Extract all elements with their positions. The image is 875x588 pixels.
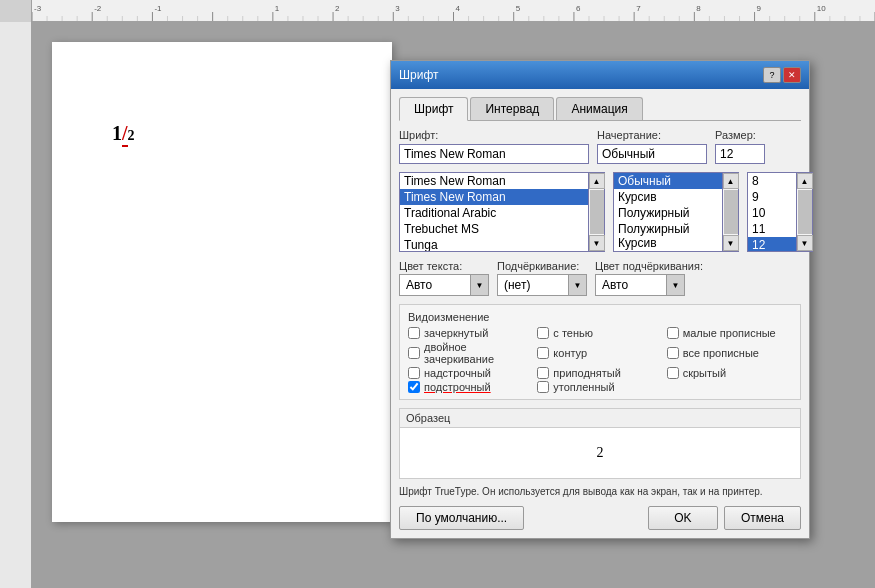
color-dropdown-arrow[interactable]: ▼ — [470, 275, 488, 295]
style-item-normal[interactable]: Обычный — [614, 173, 722, 189]
checkbox-shadow-input[interactable] — [537, 327, 549, 339]
checkbox-raised-label: приподнятый — [553, 367, 621, 379]
font-list-wrap: Times New Roman Times New Roman Traditio… — [399, 172, 605, 252]
size-scroll-down[interactable]: ▼ — [797, 235, 813, 251]
style-scroll-thumb[interactable] — [724, 190, 738, 234]
size-list[interactable]: 8 9 10 11 12 — [747, 172, 797, 252]
checkbox-strikethrough-input[interactable] — [408, 327, 420, 339]
svg-text:-2: -2 — [94, 4, 102, 13]
tab-bar: Шрифт Интервад Анимация — [399, 97, 801, 121]
style-item-bolditalic[interactable]: Полужирный Курсив — [614, 221, 722, 251]
checkbox-superscript: надстрочный — [408, 367, 533, 379]
svg-text:7: 7 — [636, 4, 641, 13]
font-item-timesnewroman-selected[interactable]: Times New Roman — [400, 189, 588, 205]
checkbox-superscript-input[interactable] — [408, 367, 420, 379]
ok-button[interactable]: OK — [648, 506, 718, 530]
size-scroll-thumb[interactable] — [798, 190, 812, 234]
font-item-trebuchetms[interactable]: Trebuchet MS — [400, 221, 588, 237]
font-lists-container: Times New Roman Times New Roman Traditio… — [399, 172, 801, 252]
checkbox-hidden: скрытый — [667, 367, 792, 379]
document-page: 1/2 — [52, 42, 392, 522]
dialog-title: Шрифт — [399, 68, 438, 82]
checkbox-double-strikethrough-input[interactable] — [408, 347, 420, 359]
size-item-12[interactable]: 12 — [748, 237, 796, 252]
underline-dropdown-arrow[interactable]: ▼ — [568, 275, 586, 295]
style-scroll-down[interactable]: ▼ — [723, 235, 739, 251]
checkbox-hidden-input[interactable] — [667, 367, 679, 379]
underline-color-select[interactable]: Авто ▼ — [595, 274, 685, 296]
default-button[interactable]: По умолчанию... — [399, 506, 524, 530]
style-item-italic[interactable]: Курсив — [614, 189, 722, 205]
help-button[interactable]: ? — [763, 67, 781, 83]
preview-section: Образец 2 — [399, 408, 801, 479]
checkbox-allcaps-input[interactable] — [667, 347, 679, 359]
style-list-wrap: Обычный Курсив Полужирный Полужирный Кур… — [613, 172, 739, 252]
svg-text:10: 10 — [817, 4, 826, 13]
checkbox-shadow: с тенью — [537, 327, 662, 339]
style-item-bold[interactable]: Полужирный — [614, 205, 722, 221]
size-label: Размер: — [715, 129, 765, 141]
style-list[interactable]: Обычный Курсив Полужирный Полужирный Кур… — [613, 172, 723, 252]
font-item-tunga[interactable]: Tunga — [400, 237, 588, 252]
tab-animation[interactable]: Анимация — [556, 97, 642, 120]
font-style-input[interactable] — [597, 144, 707, 164]
size-item-8[interactable]: 8 — [748, 173, 796, 189]
font-name-input[interactable] — [399, 144, 589, 164]
underline-label: Подчёркивание: — [497, 260, 587, 272]
scroll-up-arrow[interactable]: ▲ — [589, 173, 605, 189]
font-list-scrollbar[interactable]: ▲ ▼ — [589, 172, 605, 252]
underline-value: (нет) — [498, 276, 568, 294]
size-scroll-up[interactable]: ▲ — [797, 173, 813, 189]
svg-text:-1: -1 — [154, 4, 162, 13]
size-list-wrap: 8 9 10 11 12 ▲ ▼ — [747, 172, 813, 252]
checkbox-engrave-input[interactable] — [537, 381, 549, 393]
page-content: 1/2 — [112, 122, 135, 147]
checkbox-allcaps: все прописные — [667, 341, 792, 365]
color-row: Цвет текста: Авто ▼ Подчёркивание: (нет)… — [399, 260, 801, 296]
ruler-svg: // Will be rendered inline -3-2-11234567… — [32, 0, 875, 21]
btn-right-group: OK Отмена — [648, 506, 801, 530]
checkbox-raised: приподнятый — [537, 367, 662, 379]
size-list-scrollbar[interactable]: ▲ ▼ — [797, 172, 813, 252]
cancel-button[interactable]: Отмена — [724, 506, 801, 530]
checkbox-outline-input[interactable] — [537, 347, 549, 359]
scroll-thumb[interactable] — [590, 190, 604, 234]
tab-font[interactable]: Шрифт — [399, 97, 468, 121]
checkbox-smallcaps-label: малые прописные — [683, 327, 776, 339]
color-select[interactable]: Авто ▼ — [399, 274, 489, 296]
svg-text:2: 2 — [335, 4, 340, 13]
transform-section: Видоизменение зачеркнутый с тенью малые … — [399, 304, 801, 400]
underline-color-dropdown-arrow[interactable]: ▼ — [666, 275, 684, 295]
text-color-group: Цвет текста: Авто ▼ — [399, 260, 489, 296]
checkbox-double-strikethrough-label: двойное зачеркивание — [424, 341, 533, 365]
svg-text:3: 3 — [395, 4, 400, 13]
close-button[interactable]: ✕ — [783, 67, 801, 83]
checkbox-subscript-input[interactable] — [408, 381, 420, 393]
checkbox-hidden-label: скрытый — [683, 367, 726, 379]
font-labels-row: Шрифт: Начертание: Размер: — [399, 129, 801, 164]
size-item-11[interactable]: 11 — [748, 221, 796, 237]
checkbox-subscript-label: подстрочный — [424, 381, 491, 393]
font-item-traditionalarabic[interactable]: Traditional Arabic — [400, 205, 588, 221]
ruler-marks: // Will be rendered inline -3-2-11234567… — [32, 0, 875, 21]
font-style-group: Начертание: — [597, 129, 707, 164]
checkbox-raised-input[interactable] — [537, 367, 549, 379]
font-list[interactable]: Times New Roman Times New Roman Traditio… — [399, 172, 589, 252]
font-label: Шрифт: — [399, 129, 589, 141]
transform-title: Видоизменение — [408, 311, 792, 323]
style-list-scrollbar[interactable]: ▲ ▼ — [723, 172, 739, 252]
info-text: Шрифт TrueType. Он используется для выво… — [399, 485, 801, 498]
font-item-timesnewroman[interactable]: Times New Roman — [400, 173, 588, 189]
size-item-10[interactable]: 10 — [748, 205, 796, 221]
underline-color-group: Цвет подчёркивания: Авто ▼ — [595, 260, 703, 296]
size-item-9[interactable]: 9 — [748, 189, 796, 205]
underline-color-value: Авто — [596, 276, 666, 294]
underline-select[interactable]: (нет) ▼ — [497, 274, 587, 296]
tab-interval[interactable]: Интервад — [470, 97, 554, 120]
style-scroll-up[interactable]: ▲ — [723, 173, 739, 189]
checkbox-smallcaps-input[interactable] — [667, 327, 679, 339]
scroll-down-arrow[interactable]: ▼ — [589, 235, 605, 251]
dialog-titlebar: Шрифт ? ✕ — [391, 61, 809, 89]
font-size-input[interactable] — [715, 144, 765, 164]
preview-label: Образец — [400, 409, 800, 428]
